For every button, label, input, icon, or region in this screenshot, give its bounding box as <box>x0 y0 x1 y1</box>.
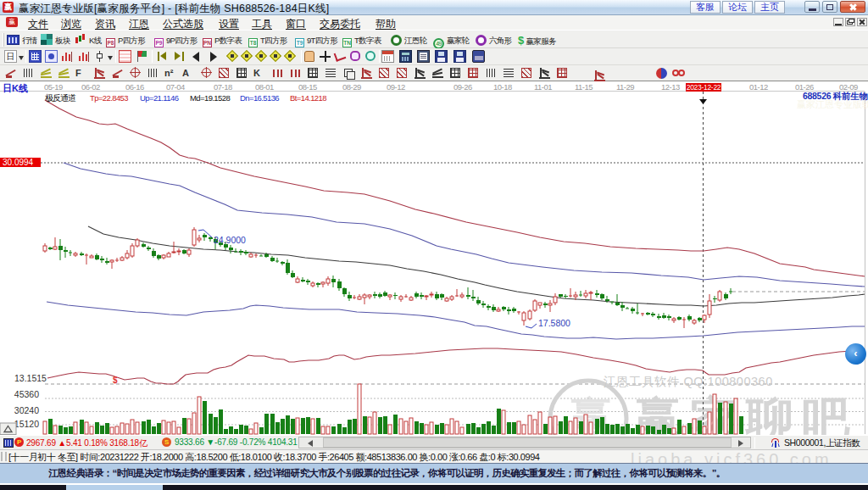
svg-text:30240: 30240 <box>14 405 39 415</box>
svg-text:$: $ <box>113 376 118 385</box>
svg-text:45360: 45360 <box>14 389 39 399</box>
svg-text:24.9000: 24.9000 <box>214 235 246 245</box>
svg-text:江恩工具软件 QQ:100800360: 江恩工具软件 QQ:100800360 <box>604 375 773 388</box>
svg-text:赢家聊吧: 赢家聊吧 <box>633 393 858 435</box>
svg-text:13.1515: 13.1515 <box>14 373 47 383</box>
svg-text:17.5800: 17.5800 <box>538 318 570 328</box>
svg-text:15120: 15120 <box>14 419 39 429</box>
svg-text:30.0994: 30.0994 <box>3 158 34 167</box>
